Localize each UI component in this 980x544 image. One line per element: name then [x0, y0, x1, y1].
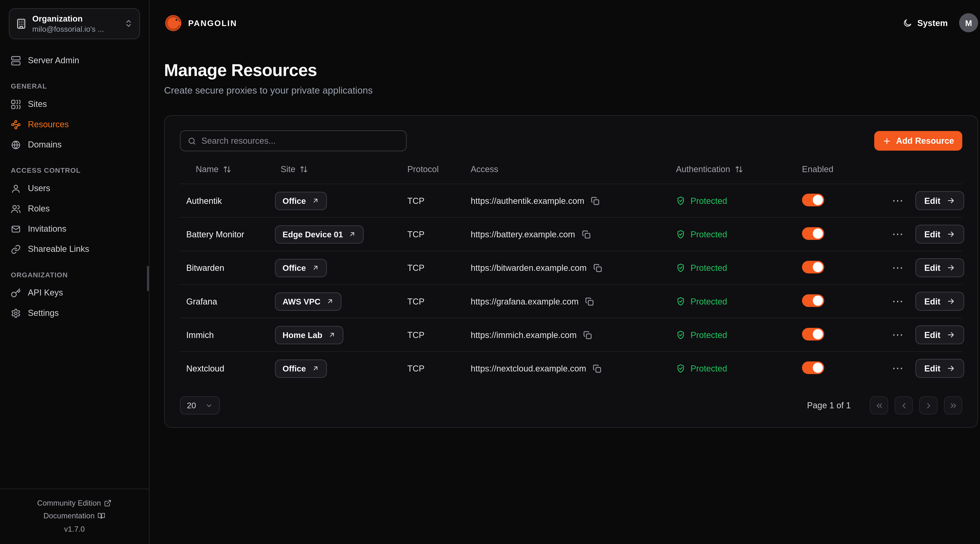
chevrons-up-down-icon [124, 19, 133, 28]
sidebar: Organization milo@fossorial.io's ... Ser… [0, 0, 150, 544]
column-header-site[interactable]: Site [275, 165, 407, 174]
row-menu-button[interactable]: ⋯ [889, 328, 906, 342]
documentation-link[interactable]: Documentation [6, 509, 143, 522]
column-label: Authentication [676, 165, 730, 174]
nav-heading-organization: ORGANIZATION [0, 260, 149, 283]
site-link-button[interactable]: AWS VPC [275, 292, 341, 311]
chevrons-left-icon [875, 401, 883, 410]
copy-icon[interactable] [593, 263, 603, 273]
site-link-button[interactable]: Office [275, 259, 327, 277]
copy-icon[interactable] [592, 364, 602, 373]
protocol: TCP [407, 364, 471, 373]
auth-status: Protected [690, 364, 727, 373]
protocol: TCP [407, 297, 471, 306]
theme-toggle[interactable]: System [903, 18, 948, 27]
copy-icon[interactable] [583, 330, 592, 339]
page-size-select[interactable]: 20 [180, 396, 220, 415]
sidebar-item-users[interactable]: Users [0, 178, 149, 198]
first-page-button[interactable] [870, 396, 888, 415]
sidebar-item-api-keys[interactable]: API Keys [0, 283, 149, 303]
resources-icon [11, 120, 21, 130]
table-header-row: Name Site Protocol Access [180, 162, 963, 184]
site-link-button[interactable]: Home Lab [275, 326, 344, 344]
arrow-right-icon [946, 297, 955, 306]
pagination: Page 1 of 1 [807, 396, 962, 415]
enabled-toggle[interactable] [802, 227, 824, 240]
edit-button[interactable]: Edit [915, 292, 964, 311]
page-title: Manage Resources [164, 61, 978, 80]
enabled-toggle[interactable] [802, 361, 824, 374]
sidebar-footer: Community Edition Documentation v1.7.0 [0, 488, 149, 544]
site-link-button[interactable]: Office [275, 359, 327, 377]
edit-label: Edit [924, 364, 940, 373]
shield-check-icon [676, 263, 686, 273]
toggle-knob [813, 329, 823, 339]
sidebar-item-server-admin[interactable]: Server Admin [0, 51, 149, 71]
auth-status: Protected [690, 297, 727, 306]
sidebar-scrollbar-thumb[interactable] [147, 266, 149, 291]
sidebar-item-resources[interactable]: Resources [0, 114, 149, 135]
last-page-button[interactable] [944, 396, 963, 415]
arrow-right-icon [946, 263, 955, 272]
shield-check-icon [676, 230, 686, 239]
sidebar-item-invitations[interactable]: Invitations [0, 219, 149, 239]
copy-icon[interactable] [590, 196, 600, 205]
arrow-right-icon [946, 230, 955, 238]
enabled-toggle[interactable] [802, 260, 824, 273]
site-name: Office [283, 364, 306, 373]
edit-button[interactable]: Edit [915, 225, 964, 244]
resources-table: Name Site Protocol Access [180, 162, 963, 385]
external-arrow-icon [328, 331, 336, 339]
copy-icon[interactable] [585, 297, 594, 306]
enabled-toggle[interactable] [802, 193, 824, 206]
search-input[interactable] [202, 136, 399, 146]
sidebar-item-label: API Keys [28, 288, 63, 298]
sidebar-item-settings[interactable]: Settings [0, 303, 149, 323]
org-switcher[interactable]: Organization milo@fossorial.io's ... [9, 8, 140, 39]
site-name: AWS VPC [283, 297, 321, 306]
row-menu-button[interactable]: ⋯ [889, 193, 906, 208]
table-row: Grafana AWS VPC TCP https://grafana.exam… [180, 284, 963, 318]
edit-button[interactable]: Edit [915, 325, 964, 344]
row-menu-button[interactable]: ⋯ [889, 362, 906, 375]
site-link-button[interactable]: Office [275, 192, 327, 210]
copy-icon[interactable] [582, 230, 591, 239]
arrow-right-icon [946, 330, 955, 339]
previous-page-button[interactable] [894, 396, 913, 415]
sidebar-item-domains[interactable]: Domains [0, 135, 149, 155]
theme-label: System [917, 18, 948, 27]
documentation-label: Documentation [43, 511, 95, 520]
toggle-knob [813, 295, 823, 306]
access-url: https://authentik.example.com [471, 196, 584, 205]
row-menu-button[interactable]: ⋯ [889, 261, 906, 275]
edit-label: Edit [924, 230, 940, 239]
row-menu-button[interactable]: ⋯ [889, 227, 906, 241]
mail-icon [11, 224, 21, 234]
sidebar-item-sites[interactable]: Sites [0, 94, 149, 114]
access-url: https://immich.example.com [471, 330, 577, 339]
column-header-authentication[interactable]: Authentication [676, 165, 802, 174]
enabled-toggle[interactable] [802, 294, 824, 307]
access-url: https://nextcloud.example.com [471, 364, 586, 373]
edit-label: Edit [924, 297, 940, 306]
edit-button[interactable]: Edit [915, 258, 964, 277]
add-resource-button[interactable]: Add Resource [875, 131, 963, 151]
auth-status: Protected [690, 196, 727, 205]
avatar[interactable]: M [959, 13, 978, 32]
column-header-name[interactable]: Name [180, 165, 275, 174]
community-edition-link[interactable]: Community Edition [6, 497, 143, 509]
link-icon [11, 244, 21, 254]
protocol: TCP [407, 230, 471, 239]
edit-label: Edit [924, 330, 940, 339]
sidebar-item-label: Users [28, 184, 50, 193]
next-page-button[interactable] [919, 396, 938, 415]
column-header-access: Access [471, 165, 676, 174]
sidebar-item-roles[interactable]: Roles [0, 199, 149, 219]
sidebar-item-shareable-links[interactable]: Shareable Links [0, 239, 149, 259]
enabled-toggle[interactable] [802, 328, 824, 340]
site-link-button[interactable]: Edge Device 01 [275, 225, 364, 243]
edit-button[interactable]: Edit [915, 359, 964, 378]
edit-label: Edit [924, 263, 940, 273]
edit-button[interactable]: Edit [915, 191, 964, 210]
row-menu-button[interactable]: ⋯ [889, 294, 906, 308]
